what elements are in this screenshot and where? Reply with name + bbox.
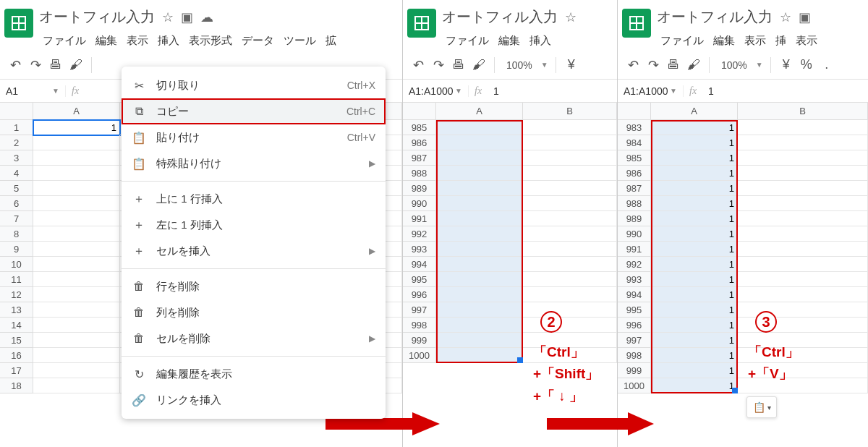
- cell[interactable]: [33, 181, 120, 196]
- row-num[interactable]: 996: [618, 318, 651, 333]
- doc-title[interactable]: オートフィル入力: [39, 7, 155, 27]
- menu-edit[interactable]: 編集: [92, 31, 121, 51]
- row-num[interactable]: 998: [403, 318, 436, 333]
- row-num[interactable]: 997: [618, 333, 651, 348]
- cell[interactable]: 1: [651, 150, 738, 166]
- redo-icon[interactable]: ↷: [645, 57, 661, 73]
- menu-file[interactable]: ファイル: [657, 31, 707, 51]
- cell[interactable]: [738, 287, 868, 302]
- menu-item[interactable]: 📋 特殊貼り付け ▶: [122, 150, 386, 176]
- row-num[interactable]: 14: [0, 318, 33, 333]
- row-num[interactable]: 11: [0, 272, 33, 287]
- cell[interactable]: 1: [651, 318, 738, 333]
- cell[interactable]: [523, 257, 617, 272]
- menu-item[interactable]: ⧉ コピー Ctrl+C: [122, 98, 386, 124]
- cell[interactable]: [33, 318, 120, 333]
- cell[interactable]: 1: [651, 120, 738, 135]
- menu-item[interactable]: 📋 貼り付け Ctrl+V: [122, 124, 386, 150]
- cell[interactable]: [33, 166, 120, 181]
- cell[interactable]: [738, 211, 868, 226]
- paste-popup[interactable]: 📋 ▾: [746, 396, 777, 418]
- row-num[interactable]: 990: [403, 196, 436, 211]
- row-num[interactable]: 15: [0, 333, 33, 348]
- menu-format[interactable]: 表示形式: [185, 31, 236, 51]
- cell[interactable]: [738, 272, 868, 287]
- move-icon[interactable]: ▣: [181, 9, 193, 25]
- cell[interactable]: [33, 211, 120, 226]
- cell[interactable]: [436, 287, 523, 302]
- col-header-a[interactable]: A: [436, 103, 523, 119]
- row-num[interactable]: 12: [0, 287, 33, 302]
- row-num[interactable]: 995: [403, 272, 436, 287]
- percent-icon[interactable]: %: [799, 57, 814, 72]
- menu-data[interactable]: データ: [238, 31, 278, 51]
- cell[interactable]: [523, 166, 617, 181]
- row-num[interactable]: 994: [618, 287, 651, 302]
- row-num[interactable]: 995: [618, 302, 651, 318]
- cell[interactable]: [738, 242, 868, 257]
- cell[interactable]: [436, 150, 523, 166]
- cell[interactable]: [436, 348, 523, 363]
- row-num[interactable]: 999: [618, 363, 651, 378]
- cell[interactable]: [523, 287, 617, 302]
- cell[interactable]: 1: [651, 348, 738, 363]
- cell[interactable]: [436, 181, 523, 196]
- menu-item[interactable]: 🗑 列を削除: [122, 299, 386, 325]
- cell[interactable]: [33, 150, 120, 166]
- paintformat-icon[interactable]: 🖌: [471, 57, 487, 72]
- row-num[interactable]: 18: [0, 378, 33, 393]
- menu-edit[interactable]: 編集: [495, 31, 524, 51]
- cell[interactable]: [436, 135, 523, 150]
- cell[interactable]: [33, 135, 120, 150]
- row-num[interactable]: 989: [403, 181, 436, 196]
- redo-icon[interactable]: ↷: [27, 57, 43, 73]
- cell[interactable]: [436, 242, 523, 257]
- zoom[interactable]: 100%: [502, 58, 537, 72]
- cell[interactable]: [33, 302, 120, 318]
- row-num[interactable]: 984: [618, 135, 651, 150]
- cell[interactable]: [436, 120, 523, 135]
- menu-view[interactable]: 表示: [123, 31, 152, 51]
- row-num[interactable]: 993: [618, 272, 651, 287]
- cell[interactable]: [33, 363, 120, 378]
- cell[interactable]: [523, 150, 617, 166]
- cell[interactable]: [436, 196, 523, 211]
- cell[interactable]: [436, 257, 523, 272]
- row-num[interactable]: 5: [0, 181, 33, 196]
- cell[interactable]: [523, 302, 617, 318]
- cell[interactable]: 1: [651, 272, 738, 287]
- row-num[interactable]: 996: [403, 287, 436, 302]
- cell[interactable]: [33, 196, 120, 211]
- undo-icon[interactable]: ↶: [625, 57, 641, 73]
- cell[interactable]: [523, 120, 617, 135]
- undo-icon[interactable]: ↶: [7, 57, 23, 73]
- cell[interactable]: [738, 181, 868, 196]
- cell[interactable]: [738, 196, 868, 211]
- name-box[interactable]: A1:A1000▼: [618, 85, 683, 97]
- print-icon[interactable]: 🖶: [451, 57, 467, 72]
- cell[interactable]: [33, 378, 120, 393]
- cell[interactable]: [436, 166, 523, 181]
- cell[interactable]: [33, 242, 120, 257]
- cell[interactable]: 1: [651, 166, 738, 181]
- cell[interactable]: 1: [651, 378, 738, 393]
- row-num[interactable]: 3: [0, 150, 33, 166]
- cell[interactable]: [33, 287, 120, 302]
- cell[interactable]: [436, 272, 523, 287]
- row-num[interactable]: 992: [403, 226, 436, 242]
- row-num[interactable]: 9: [0, 242, 33, 257]
- cell[interactable]: [523, 318, 617, 333]
- menu-file[interactable]: ファイル: [39, 31, 90, 51]
- row-num[interactable]: 7: [0, 211, 33, 226]
- cell[interactable]: 1: [651, 135, 738, 150]
- fx-value[interactable]: 1: [488, 85, 505, 97]
- print-icon[interactable]: 🖶: [665, 57, 681, 72]
- cell[interactable]: [523, 135, 617, 150]
- cell[interactable]: [33, 272, 120, 287]
- menu-tools[interactable]: ツール: [280, 31, 320, 51]
- row-num[interactable]: 4: [0, 166, 33, 181]
- row-num[interactable]: 985: [403, 120, 436, 135]
- cell[interactable]: [523, 211, 617, 226]
- cell[interactable]: [523, 181, 617, 196]
- cell[interactable]: [436, 318, 523, 333]
